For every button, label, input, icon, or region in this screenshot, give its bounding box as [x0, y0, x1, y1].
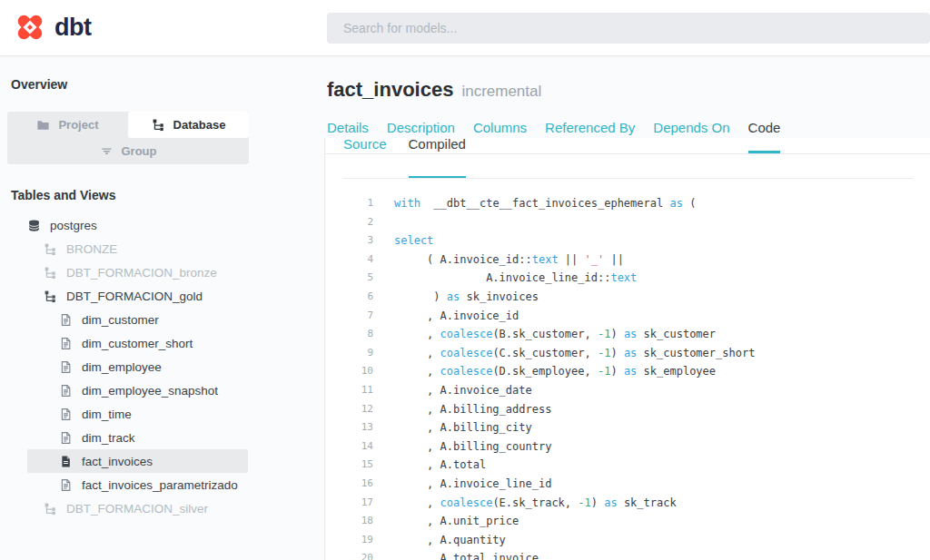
line-number: 18: [325, 512, 373, 531]
model-materialization-badge: incremental: [461, 83, 541, 100]
code-line-18: 18 , A.unit_price: [325, 512, 930, 531]
line-number: 12: [325, 400, 373, 419]
database-icon: [27, 219, 41, 232]
code-line-7: 7 , A.invoice_id: [325, 307, 930, 326]
tree-item-label: dim_time: [82, 408, 132, 421]
code-line-17: 17 , coalesce(E.sk_track, -1) as sk_trac…: [325, 494, 930, 513]
overview-link[interactable]: Overview: [11, 77, 309, 92]
line-number: 15: [325, 456, 373, 475]
code-line-4: 4 ( A.invoice_id::text || '_' ||: [325, 251, 930, 270]
tree-item-DBT_FORMACION_gold[interactable]: DBT_FORMACION_gold: [27, 284, 248, 308]
code-text: , coalesce(B.sk_customer, -1) as sk_cust…: [373, 325, 716, 344]
database-tree: postgresBRONZEDBT_FORMACION_bronzeDBT_FO…: [0, 213, 309, 520]
tree-icon: [152, 118, 165, 132]
tree-item-postgres[interactable]: postgres: [27, 213, 248, 237]
view-tab-label: Database: [173, 118, 226, 132]
tab-depends-on[interactable]: Depends On: [653, 118, 729, 153]
tree-item-label: DBT_FORMACION_gold: [66, 290, 203, 303]
tree-item-fact_invoices_parametrizado[interactable]: fact_invoices_parametrizado: [27, 473, 248, 496]
code-text: , A.total_invoice: [373, 549, 539, 560]
tree-item-label: dim_customer: [82, 313, 159, 327]
tree-item-dim_time[interactable]: dim_time: [27, 402, 248, 426]
code-text: , coalesce(C.sk_customer, -1) as sk_cust…: [373, 344, 755, 363]
code-panel: SourceCompiled 1with __dbt__cte__fact_in…: [324, 138, 930, 560]
file-icon: [59, 360, 73, 374]
filter-icon: [100, 144, 114, 158]
line-number: 10: [325, 362, 373, 381]
dbt-logo-icon: [13, 10, 47, 44]
tab-details[interactable]: Details: [327, 118, 369, 153]
code-text: , A.total: [373, 456, 486, 475]
line-number: 2: [325, 213, 373, 232]
line-number: 5: [325, 269, 373, 288]
tree-item-dim_customer_short[interactable]: dim_customer_short: [27, 331, 248, 355]
code-text: , A.billing_address: [373, 400, 551, 419]
model-tabs: DetailsDescriptionColumnsReferenced ByDe…: [324, 118, 930, 154]
code-line-14: 14 , A.billing_country: [325, 437, 930, 457]
tree-item-dim_employee[interactable]: dim_employee: [27, 355, 248, 378]
code-text: , A.unit_price: [373, 512, 519, 531]
tree-icon: [44, 242, 57, 256]
tree-item-label: fact_invoices: [82, 455, 153, 468]
app-header: dbt: [0, 0, 930, 56]
tree-icon: [44, 290, 57, 303]
file-icon: [59, 384, 73, 398]
line-number: 14: [325, 437, 373, 457]
line-number: 17: [325, 494, 373, 513]
view-tab-database[interactable]: Database: [128, 112, 249, 138]
code-line-20: 20 , A.total_invoice: [325, 549, 930, 560]
line-number: 16: [325, 475, 373, 494]
tree-item-label: DBT_FORMACION_silver: [66, 502, 208, 516]
code-line-15: 15 , A.total: [325, 456, 930, 475]
tree-item-label: fact_invoices_parametrizado: [82, 478, 238, 492]
line-number: 9: [325, 344, 373, 363]
file-icon: [59, 431, 73, 445]
search-input[interactable]: [327, 13, 930, 44]
line-number: 1: [325, 194, 373, 213]
tree-item-DBT_FORMACION_silver[interactable]: DBT_FORMACION_silver: [27, 496, 248, 520]
tree-icon: [44, 266, 57, 280]
tab-columns[interactable]: Columns: [473, 118, 527, 153]
tab-referenced-by[interactable]: Referenced By: [545, 118, 635, 153]
code-text: , coalesce(E.sk_track, -1) as sk_track: [373, 494, 677, 513]
view-tab-label: Project: [58, 118, 98, 132]
tab-description[interactable]: Description: [387, 118, 455, 153]
code-line-11: 11 , A.invoice_date: [325, 381, 930, 400]
code-line-8: 8 , coalesce(B.sk_customer, -1) as sk_cu…: [325, 325, 930, 344]
code-line-9: 9 , coalesce(C.sk_customer, -1) as sk_cu…: [325, 344, 930, 363]
tree-item-label: dim_employee: [82, 360, 162, 374]
line-number: 11: [325, 381, 373, 400]
code-text: [373, 213, 394, 232]
tree-item-dim_customer[interactable]: dim_customer: [27, 308, 248, 331]
main-content: fact_invoicesincremental DetailsDescript…: [309, 56, 930, 560]
tree-item-dim_employee_snapshot[interactable]: dim_employee_snapshot: [27, 378, 248, 402]
code-line-3: 3select: [325, 231, 930, 251]
sql-code-block: 1with __dbt__cte__fact_invoices_ephemera…: [325, 179, 930, 560]
line-number: 13: [325, 418, 373, 437]
line-number: 20: [325, 549, 373, 560]
view-tab-label: Group: [122, 144, 157, 158]
code-text: ) as sk_invoices: [373, 288, 539, 307]
tree-item-label: dim_track: [82, 431, 135, 445]
view-tab-group[interactable]: Group: [7, 138, 249, 164]
line-number: 8: [325, 325, 373, 344]
dbt-logo[interactable]: dbt: [13, 10, 91, 44]
view-tab-project[interactable]: Project: [7, 112, 128, 138]
model-name: fact_invoices: [327, 78, 453, 101]
tree-item-label: DBT_FORMACION_bronze: [66, 266, 217, 280]
tree-icon: [44, 502, 57, 516]
tree-item-fact_invoices[interactable]: fact_invoices: [27, 449, 248, 473]
code-text: A.invoice_line_id::text: [373, 269, 637, 288]
tree-item-DBT_FORMACION_bronze[interactable]: DBT_FORMACION_bronze: [27, 260, 248, 284]
view-switcher: ProjectDatabaseGroup: [7, 112, 249, 164]
file-icon: [59, 337, 73, 350]
code-line-6: 6 ) as sk_invoices: [325, 288, 930, 307]
tree-item-BRONZE[interactable]: BRONZE: [27, 237, 248, 260]
code-text: , coalesce(D.sk_employee, -1) as sk_empl…: [373, 362, 716, 381]
code-text: , A.billing_city: [373, 418, 532, 437]
tab-code[interactable]: Code: [748, 118, 781, 153]
code-text: , A.quantity: [373, 531, 506, 550]
code-text: select: [373, 231, 433, 251]
file-filled-icon: [59, 455, 73, 468]
tree-item-dim_track[interactable]: dim_track: [27, 426, 248, 449]
